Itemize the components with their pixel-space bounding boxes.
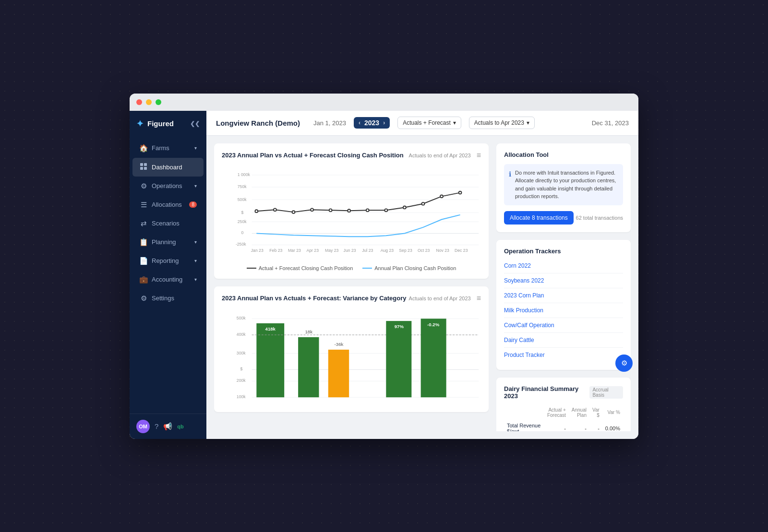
svg-text:-36k: -36k xyxy=(335,342,344,347)
scenarios-icon: ⇄ xyxy=(139,219,148,228)
right-panel: Allocation Tool ℹ Do more with Intuit tr… xyxy=(496,143,631,431)
svg-point-29 xyxy=(459,191,462,194)
sidebar-item-dashboard[interactable]: Dashboard xyxy=(132,158,204,177)
next-year-button[interactable]: › xyxy=(383,119,385,126)
accounting-chevron-icon: ▾ xyxy=(194,277,197,282)
logo-label: Figured xyxy=(147,119,174,128)
svg-text:$: $ xyxy=(241,210,244,214)
svg-text:-250k: -250k xyxy=(236,242,246,247)
svg-rect-2 xyxy=(140,167,143,170)
actuals-forecast-dropdown[interactable]: Actuals + Forecast ▾ xyxy=(397,117,461,129)
reporting-chevron-icon: ▾ xyxy=(194,258,197,263)
svg-text:Jun 23: Jun 23 xyxy=(344,248,356,253)
svg-point-27 xyxy=(422,202,425,205)
bar-chart-menu[interactable]: ≡ xyxy=(477,294,481,303)
svg-text:-0.2%: -0.2% xyxy=(427,321,440,327)
user-avatar[interactable]: OM xyxy=(136,420,150,433)
svg-text:Jan 23: Jan 23 xyxy=(251,248,264,253)
sidebar-item-reporting[interactable]: 📄 Reporting ▾ xyxy=(132,252,204,270)
sidebar-item-settings[interactable]: ⚙ Settings xyxy=(132,289,204,307)
tracker-item-corn2023[interactable]: 2023 Corn Plan xyxy=(504,288,623,303)
sidebar-item-reporting-label: Reporting xyxy=(152,257,179,264)
line-chart-subtitle: Actuals to end of Apr 2023 xyxy=(409,153,471,158)
line-chart-area: 1 000k 750k 500k $ 250k 0 -250k xyxy=(222,166,481,261)
svg-text:300k: 300k xyxy=(237,350,246,355)
legend-actual: Actual + Forecast Closing Cash Position xyxy=(247,265,353,271)
sidebar-collapse-button[interactable]: ❮❮ xyxy=(190,120,200,127)
svg-point-18 xyxy=(255,210,258,213)
sidebar-item-farms[interactable]: 🏠 Farms ▾ xyxy=(132,139,204,157)
sidebar-item-planning[interactable]: 📋 Planning ▾ xyxy=(132,233,204,251)
sidebar-item-dashboard-label: Dashboard xyxy=(152,164,182,171)
help-icon[interactable]: ? xyxy=(155,422,158,430)
sidebar-item-operations[interactable]: ⚙ Operations ▾ xyxy=(132,177,204,195)
tracker-item-dairycattle[interactable]: Dairy Cattle xyxy=(504,333,623,348)
line-chart-header: 2023 Annual Plan vs Actual + Forecast Cl… xyxy=(222,151,481,160)
sidebar-item-farms-label: Farms xyxy=(152,144,169,152)
close-button[interactable] xyxy=(136,99,142,105)
svg-text:100k: 100k xyxy=(237,394,246,399)
planning-chevron-icon: ▾ xyxy=(194,239,197,245)
planning-icon: 📋 xyxy=(139,238,148,247)
maximize-button[interactable] xyxy=(156,99,161,105)
tracker-label-corn2023: 2023 Corn Plan xyxy=(504,292,544,299)
minimize-button[interactable] xyxy=(146,99,152,105)
allocation-tool-title: Allocation Tool xyxy=(504,151,623,158)
svg-text:0: 0 xyxy=(241,230,244,235)
allocation-actions: Allocate 8 transactions 62 total transac… xyxy=(504,211,623,225)
line-chart-menu[interactable]: ≡ xyxy=(477,151,481,160)
svg-point-28 xyxy=(440,195,443,198)
tracker-item-product[interactable]: Product Tracker xyxy=(504,348,623,362)
tracker-item-milk[interactable]: Milk Production xyxy=(504,303,623,318)
svg-text:Aug 23: Aug 23 xyxy=(381,248,394,253)
total-transactions-label: 62 total transactions xyxy=(576,215,623,221)
sidebar-item-allocations-label: Allocations xyxy=(152,201,182,208)
financial-table: Actual +Forecast AnnualPlan Var$ Var % T… xyxy=(504,405,623,431)
sidebar-item-scenarios[interactable]: ⇄ Scenarios xyxy=(132,214,204,233)
svg-rect-0 xyxy=(140,163,143,166)
bar-expenses xyxy=(386,321,411,397)
col-header-var-pct: Var % xyxy=(602,405,623,420)
fin-actual-revenue: - xyxy=(544,420,569,431)
tracker-label-soybeans2022: Soybeans 2022 xyxy=(504,277,544,284)
legend-plan: Annual Plan Closing Cash Position xyxy=(362,265,456,271)
sidebar-item-allocations[interactable]: ☰ Allocations 8 xyxy=(132,196,204,214)
sidebar-item-accounting-label: Accounting xyxy=(152,276,182,283)
fin-plan-revenue: - xyxy=(569,420,589,431)
settings-fab-button[interactable]: ⚙ xyxy=(615,355,631,372)
allocate-button[interactable]: Allocate 8 transactions xyxy=(504,211,574,225)
farm-title: Longview Ranch (Demo) xyxy=(216,119,300,127)
fin-varpct-revenue: 0.00% xyxy=(602,420,623,431)
logo-icon: ✦ xyxy=(136,118,144,129)
actuals-to-dropdown[interactable]: Actuals to Apr 2023 ▾ xyxy=(469,117,535,129)
financial-summary-title: Dairy Financial Summary 2023 xyxy=(504,385,589,400)
actuals-forecast-label: Actuals + Forecast xyxy=(403,119,451,126)
allocations-icon: ☰ xyxy=(139,201,148,209)
bar-last xyxy=(421,319,446,397)
prev-year-button[interactable]: ‹ xyxy=(359,119,360,126)
financial-summary-header: Dairy Financial Summary 2023 Accrual Bas… xyxy=(504,385,623,400)
tracker-item-cowcalf[interactable]: Cow/Calf Operation xyxy=(504,318,623,333)
sidebar-item-accounting[interactable]: 💼 Accounting ▾ xyxy=(132,271,204,289)
fin-label-revenue: Total Revenue $/cwt xyxy=(504,420,544,431)
tracker-label-milk: Milk Production xyxy=(504,307,543,314)
tracker-item-soybeans2022[interactable]: Soybeans 2022 xyxy=(504,273,623,288)
svg-text:97%: 97% xyxy=(395,323,404,329)
tracker-label-corn2022: Corn 2022 xyxy=(504,262,531,269)
svg-text:Mar 23: Mar 23 xyxy=(288,248,301,253)
svg-text:$: $ xyxy=(240,366,243,371)
tracker-list: Corn 2022 Soybeans 2022 2023 Corn Plan M… xyxy=(504,259,623,362)
actuals-to-chevron: ▾ xyxy=(527,119,529,126)
svg-point-22 xyxy=(329,209,332,212)
bar-chart-area: 500k 400k 300k $ 200k 100k xyxy=(222,308,481,404)
allocation-tool-card: Allocation Tool ℹ Do more with Intuit tr… xyxy=(496,143,631,232)
end-date: Dec 31, 2023 xyxy=(592,119,629,127)
svg-text:500k: 500k xyxy=(238,197,247,201)
svg-point-25 xyxy=(384,209,387,212)
svg-text:200k: 200k xyxy=(237,378,246,383)
bar-orange xyxy=(328,349,349,397)
main-content: Longview Ranch (Demo) Jan 1, 2023 ‹ 2023… xyxy=(206,111,638,439)
tracker-item-corn2022[interactable]: Corn 2022 xyxy=(504,259,623,273)
notifications-icon[interactable]: 📢 xyxy=(163,422,172,431)
quickbooks-icon[interactable]: qb xyxy=(177,424,183,429)
